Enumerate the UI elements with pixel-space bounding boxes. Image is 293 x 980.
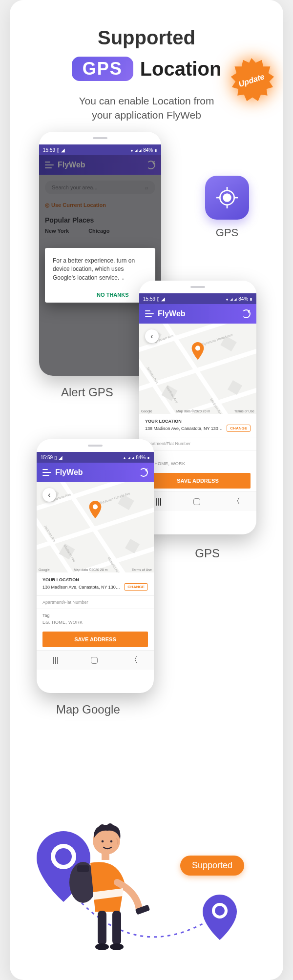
map-view[interactable]: Syracuse Ave Syracuse Herald Ave Madison… [139, 324, 256, 414]
menu-icon[interactable] [45, 162, 54, 168]
phone-gps: 15:59 ▯ ◢ ⬥ ◢ ◢ 84% ▮ FlyWeb [139, 281, 256, 534]
back-button[interactable]: ‹ [145, 329, 159, 343]
app-title: FlyWeb [158, 309, 186, 318]
svg-rect-44 [77, 865, 89, 872]
menu-icon[interactable] [42, 469, 51, 476]
app-title: FlyWeb [58, 161, 85, 169]
map-pin-icon [88, 501, 102, 520]
apartment-field[interactable]: Apartment/Flat Number [37, 595, 154, 609]
no-thanks-button[interactable]: NO THANKS [97, 292, 128, 298]
refresh-icon[interactable] [146, 161, 155, 169]
phone-map-google: 15:59 ▯ ◢ ⬥ ◢ ◢ 84% ▮ FlyWeb [37, 439, 154, 693]
phone1-label: Alert GPS [61, 386, 113, 399]
svg-point-48 [102, 840, 104, 843]
your-location-label: YOUR LOCATION [42, 577, 148, 582]
supported-pill: Supported [180, 856, 244, 876]
refresh-icon[interactable] [139, 468, 148, 477]
svg-point-49 [110, 840, 113, 843]
svg-point-42 [215, 906, 225, 916]
gps-block-label: GPS [205, 226, 249, 239]
change-button[interactable]: CHANGE [124, 583, 148, 591]
nav-recent-icon[interactable]: ||| [53, 656, 59, 665]
illustration-traveler: Supported [10, 785, 283, 960]
app-title: FlyWeb [55, 468, 83, 477]
location-heading: Location [140, 58, 222, 80]
your-location-label: YOUR LOCATION [145, 419, 251, 424]
tag-example: EG. HOME, WORK [42, 620, 148, 625]
gps-icon-block: GPS [205, 176, 249, 239]
map-view[interactable]: Syracuse Ave Syracuse Herald Ave Madison… [37, 482, 154, 572]
back-button[interactable]: ‹ [42, 488, 56, 502]
svg-point-52 [95, 943, 109, 950]
svg-rect-51 [112, 911, 121, 945]
nav-recent-icon[interactable]: ||| [155, 497, 161, 506]
nav-home-icon[interactable] [91, 657, 98, 664]
svg-point-1 [224, 194, 231, 202]
save-address-button[interactable]: SAVE ADDRESS [145, 473, 251, 489]
phone2-label: GPS [195, 547, 220, 560]
svg-point-40 [55, 848, 72, 865]
address-value: 138 Madison Ave, Canastota, NY 13032, U.… [42, 585, 121, 590]
svg-point-22 [195, 346, 200, 350]
svg-rect-50 [98, 911, 106, 945]
dialog-message: For a better experience, turn on device … [53, 257, 147, 282]
gps-pill: GPS [72, 57, 133, 81]
menu-icon[interactable] [145, 310, 154, 317]
tag-label: Tag [145, 454, 251, 459]
supported-heading: Supported [10, 27, 283, 49]
address-value: 138 Madison Ave, Canastota, NY 13032, U.… [145, 426, 224, 431]
map-pin-icon [191, 342, 205, 362]
phone3-label: Map Google [56, 703, 120, 716]
nav-back-icon[interactable]: 〈 [130, 655, 138, 665]
svg-point-38 [93, 504, 98, 509]
svg-point-53 [110, 943, 124, 950]
nav-home-icon[interactable] [193, 498, 200, 505]
tag-example: EG. HOME, WORK [145, 461, 251, 466]
apartment-field[interactable]: Apartment/Flat Number [139, 437, 256, 450]
save-address-button[interactable]: SAVE ADDRESS [42, 632, 148, 647]
gps-square-icon [205, 176, 249, 220]
refresh-icon[interactable] [242, 309, 251, 318]
tag-label: Tag [42, 613, 148, 618]
update-badge: Update [227, 56, 276, 105]
nav-back-icon[interactable]: 〈 [232, 496, 240, 507]
change-button[interactable]: CHANGE [227, 425, 251, 432]
